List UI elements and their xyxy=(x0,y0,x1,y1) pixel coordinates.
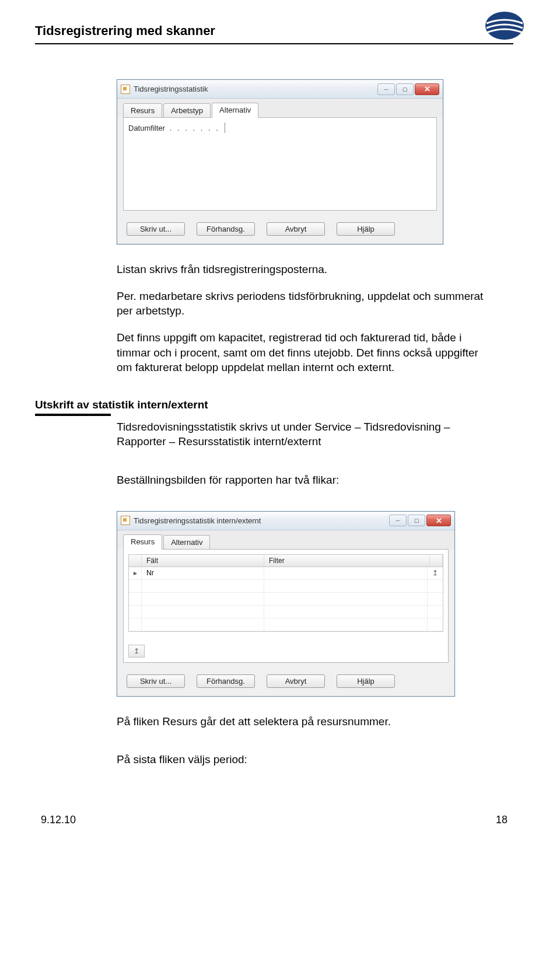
paragraph-3: Det finns uppgift om kapacitet, registre… xyxy=(117,330,490,375)
minimize-button[interactable]: ─ xyxy=(377,83,395,95)
print-button[interactable]: Skriv ut... xyxy=(127,222,185,236)
table-row[interactable] xyxy=(129,593,443,606)
preview-button[interactable]: Förhandsg. xyxy=(197,222,255,236)
falt-cell[interactable] xyxy=(142,618,264,631)
minimize-button[interactable]: ─ xyxy=(389,515,407,526)
table-row[interactable] xyxy=(129,606,443,618)
filter-cell[interactable] xyxy=(264,580,428,592)
window-title: Tidsregistringsstatistik xyxy=(134,85,377,93)
app-icon xyxy=(121,516,130,525)
help-button[interactable]: Hjälp xyxy=(337,222,395,236)
tab-panel: Datumfilter . . . . . . . xyxy=(123,117,437,211)
insert-row-button[interactable]: ↥ xyxy=(128,645,145,658)
tab-resurs[interactable]: Resurs xyxy=(123,534,162,550)
column-header-falt[interactable]: Fält xyxy=(142,555,264,567)
cancel-button[interactable]: Avbryt xyxy=(267,674,325,688)
maximize-button[interactable]: ▢ xyxy=(396,83,414,95)
paragraph-4: Tidsredovisningsstatistik skrivs ut unde… xyxy=(117,419,490,449)
datumfilter-input[interactable] xyxy=(225,123,327,133)
titlebar[interactable]: Tidsregistringsstatistik ─ ▢ ✕ xyxy=(117,80,443,99)
titlebar[interactable]: Tidsregistreringsstatistik intern/extern… xyxy=(117,512,454,530)
filter-cell[interactable] xyxy=(264,606,428,618)
filter-table-body: ▸ Nr ↥ xyxy=(128,567,443,632)
column-header-filter[interactable]: Filter xyxy=(264,555,430,567)
company-logo xyxy=(484,11,525,43)
paragraph-6: På fliken Resurs går det att selektera p… xyxy=(117,714,490,729)
page-header-title: Tidsregistrering med skanner xyxy=(35,23,215,39)
paragraph-5: Beställningsbilden för rapporten har två… xyxy=(117,473,490,488)
cancel-button[interactable]: Avbryt xyxy=(267,222,325,236)
maximize-button[interactable]: ▢ xyxy=(408,515,425,526)
column-end-header xyxy=(430,555,443,567)
preview-button[interactable]: Förhandsg. xyxy=(197,674,255,688)
footer-date: 9.12.10 xyxy=(41,814,76,826)
app-icon xyxy=(121,85,130,94)
falt-cell[interactable] xyxy=(142,606,264,618)
falt-cell[interactable] xyxy=(142,593,264,605)
filter-cell[interactable] xyxy=(264,593,428,605)
table-row[interactable] xyxy=(129,618,443,631)
filter-table-header: Fält Filter xyxy=(128,554,443,567)
footer-page-number: 18 xyxy=(496,814,508,826)
paragraph-2: Per. medarbetare skrivs periodens tidsfö… xyxy=(117,289,490,319)
filter-cell[interactable] xyxy=(264,618,428,631)
tab-alternativ[interactable]: Alternativ xyxy=(212,103,258,118)
falt-cell[interactable]: Nr xyxy=(142,567,264,579)
paragraph-7: På sista fliken väljs period: xyxy=(117,752,490,767)
heading-underline xyxy=(35,414,111,416)
filter-cell[interactable] xyxy=(264,567,428,579)
falt-cell[interactable] xyxy=(142,580,264,592)
close-button[interactable]: ✕ xyxy=(415,83,439,95)
datumfilter-label: Datumfilter xyxy=(128,124,165,132)
window-title: Tidsregistreringsstatistik intern/extern… xyxy=(134,516,389,525)
row-selector-header xyxy=(129,555,142,567)
row-marker-icon: ▸ xyxy=(129,567,142,579)
dialog-tidsregistringsstatistik: Tidsregistringsstatistik ─ ▢ ✕ Resurs Ar… xyxy=(117,79,443,244)
tab-panel: Fält Filter ▸ Nr ↥ xyxy=(123,549,449,663)
table-row[interactable]: ▸ Nr ↥ xyxy=(129,567,443,580)
print-button[interactable]: Skriv ut... xyxy=(127,674,185,688)
close-button[interactable]: ✕ xyxy=(426,515,451,526)
lookup-icon[interactable]: ↥ xyxy=(428,567,443,579)
help-button[interactable]: Hjälp xyxy=(337,674,395,688)
tab-arbetstyp[interactable]: Arbetstyp xyxy=(163,103,211,118)
section-heading: Utskrift av statistik intern/externt xyxy=(35,398,513,411)
paragraph-1: Listan skrivs från tidsregistreringspost… xyxy=(117,262,490,277)
table-row[interactable] xyxy=(129,580,443,593)
tab-resurs[interactable]: Resurs xyxy=(123,103,162,118)
dialog-intern-externt: Tidsregistreringsstatistik intern/extern… xyxy=(117,511,455,697)
dots: . . . . . . . xyxy=(170,124,220,132)
tab-alternativ[interactable]: Alternativ xyxy=(163,535,210,550)
